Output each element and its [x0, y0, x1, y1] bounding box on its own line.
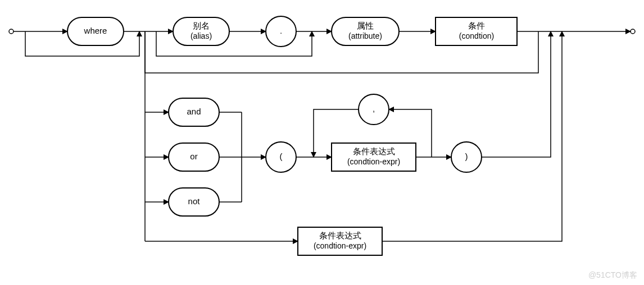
end-terminal: [631, 29, 635, 34]
label-attribute-bottom: (attribute): [348, 31, 382, 40]
label-condexpr2-top: 条件表达式: [319, 231, 361, 240]
start-terminal: [9, 29, 13, 34]
label-dot: .: [280, 26, 282, 35]
label-comma: ,: [373, 104, 375, 113]
label-rparen: ): [465, 151, 468, 161]
label-where: where: [84, 26, 107, 35]
label-condexpr2-bottom: (condtion-expr): [314, 241, 366, 250]
label-alias-top: 别名: [193, 21, 210, 30]
watermark: @51CTO博客: [588, 270, 637, 281]
edge-loop-comma-down: [314, 109, 359, 157]
label-or: or: [190, 151, 197, 161]
label-condition-bottom: (condtion): [459, 31, 494, 40]
label-lparen: (: [280, 151, 283, 161]
label-not: not: [188, 196, 201, 206]
label-condexpr-bottom: (condtion-expr): [347, 157, 400, 166]
syntax-diagram: where 别名 (alias) . 属性 (attribute) 条件 (co…: [0, 0, 644, 285]
label-condexpr-top: 条件表达式: [353, 146, 395, 156]
label-condition-top: 条件: [468, 21, 485, 30]
edge-loop-up-to-comma: [389, 109, 432, 157]
label-attribute-top: 属性: [357, 21, 374, 30]
edge-bypass-where: [25, 31, 139, 56]
label-and: and: [187, 107, 201, 116]
label-alias-bottom: (alias): [191, 31, 212, 40]
edge-condexpr2-out: [382, 31, 562, 241]
edge-rparen-out: [482, 31, 551, 157]
